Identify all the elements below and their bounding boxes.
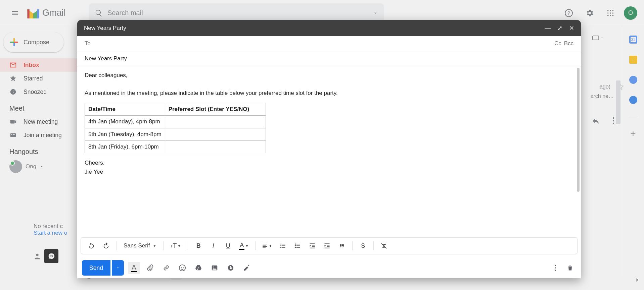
subject-field[interactable] (77, 51, 581, 66)
sidebar-item-label: Inbox (24, 62, 39, 69)
search-icon (95, 9, 103, 17)
to-field[interactable]: To Cc Bcc (77, 36, 581, 51)
hangouts-tab-person-icon[interactable] (30, 249, 44, 263)
svg-rect-13 (10, 133, 16, 137)
attach-icon[interactable] (144, 262, 156, 274)
indent-less-icon[interactable] (307, 240, 318, 251)
support-icon[interactable]: ? (561, 6, 576, 20)
remove-formatting-icon[interactable] (378, 240, 390, 251)
quote-icon[interactable] (336, 240, 348, 251)
bold-icon[interactable]: B (193, 240, 204, 251)
contacts-app-icon[interactable] (629, 96, 637, 104)
close-icon[interactable]: ✕ (569, 24, 574, 32)
fullscreen-exit-icon[interactable]: ⤢ (557, 24, 562, 32)
settings-icon[interactable] (582, 6, 597, 20)
addons-plus-icon[interactable]: + (630, 128, 636, 139)
compose-header[interactable]: New Years Party — ⤢ ✕ (77, 20, 581, 36)
hangouts-avatar-icon (9, 160, 22, 173)
toolbar-separator (163, 241, 164, 250)
table-cell[interactable]: 5th Jan (Tuesday), 4pm-8pm (85, 128, 165, 140)
body-closing2: Jie Yee (85, 168, 573, 176)
underline-icon[interactable]: U (222, 240, 234, 251)
insert-signature-icon[interactable] (241, 262, 253, 274)
numbered-list-icon[interactable] (277, 240, 288, 251)
svg-point-26 (179, 265, 185, 271)
search-bar[interactable] (89, 3, 384, 23)
undo-icon[interactable] (86, 240, 97, 251)
italic-icon[interactable]: I (208, 240, 219, 251)
font-selector[interactable]: Sans Serif ▼ (122, 242, 158, 249)
gmail-logo[interactable]: Gmail (26, 8, 65, 18)
search-input[interactable] (107, 9, 368, 17)
background-scrollbar[interactable] (616, 80, 620, 124)
slot-table[interactable]: Date/Time Preferred Slot (Enter YES/NO) … (85, 103, 266, 153)
insert-photo-icon[interactable] (209, 262, 221, 274)
behind-ago-text: ago) (600, 84, 610, 90)
discard-draft-icon[interactable] (564, 262, 576, 274)
svg-rect-32 (230, 267, 232, 269)
table-cell[interactable] (165, 128, 266, 140)
table-row[interactable]: 8th Jan (Friday), 6pm-10pm (85, 141, 266, 153)
svg-point-8 (607, 15, 609, 16)
cc-button[interactable]: Cc (554, 40, 561, 47)
tasks-app-icon[interactable] (629, 76, 637, 84)
svg-point-28 (183, 267, 183, 268)
keep-app-icon[interactable] (629, 56, 637, 64)
svg-point-23 (295, 243, 296, 244)
behind-search-text: arch ne… (591, 93, 614, 99)
sidebar-item-label: New meeting (24, 118, 58, 125)
minimize-icon[interactable]: — (545, 24, 551, 32)
account-avatar[interactable]: O (624, 6, 637, 20)
align-icon[interactable]: ▼ (260, 240, 274, 251)
calendar-app-icon[interactable]: 31 (629, 36, 637, 44)
svg-point-4 (612, 10, 614, 11)
table-cell[interactable]: 8th Jan (Friday), 6pm-10pm (85, 141, 165, 153)
svg-point-27 (181, 267, 182, 268)
to-input[interactable] (94, 40, 554, 47)
text-color-icon[interactable]: A▼ (237, 240, 250, 251)
svg-point-7 (612, 12, 614, 14)
bcc-button[interactable]: Bcc (564, 40, 573, 47)
table-row[interactable]: 4th Jan (Monday), 4pm-8pm (85, 116, 266, 128)
compose-title: New Years Party (84, 25, 126, 32)
compose-plus-icon (10, 38, 18, 46)
emoji-icon[interactable] (176, 262, 188, 274)
redo-icon[interactable] (100, 240, 112, 251)
compose-body[interactable]: Dear colleagues, As mentioned in the mee… (77, 66, 581, 237)
apps-icon[interactable] (603, 6, 618, 20)
input-tools-icon[interactable] (592, 35, 604, 41)
svg-rect-14 (11, 134, 12, 135)
reply-icon[interactable] (592, 117, 600, 125)
strikethrough-icon[interactable]: S (357, 240, 369, 251)
svg-point-35 (555, 270, 556, 271)
confidential-mode-icon[interactable] (225, 262, 237, 274)
table-header: Preferred Slot (Enter YES/NO) (165, 103, 266, 116)
formatting-options-icon[interactable]: A (128, 262, 140, 274)
side-panel-toggle-icon[interactable] (634, 277, 641, 283)
body-greeting: Dear colleagues, (85, 71, 573, 80)
table-cell[interactable] (165, 141, 266, 153)
table-cell[interactable] (165, 116, 266, 128)
more-vert-icon[interactable] (612, 117, 614, 125)
table-row[interactable]: 5th Jan (Tuesday), 4pm-8pm (85, 128, 266, 140)
table-cell[interactable]: 4th Jan (Monday), 4pm-8pm (85, 116, 165, 128)
body-scrollbar[interactable] (577, 68, 580, 192)
hangouts-tab-chat-icon[interactable]: 99 (44, 249, 58, 263)
subject-input[interactable] (85, 55, 573, 62)
drive-icon[interactable] (192, 262, 204, 274)
body-line1: As mentioned in the meeting, please indi… (85, 89, 573, 98)
start-new-link[interactable]: Start a new o (34, 230, 67, 236)
more-options-icon[interactable] (549, 262, 561, 274)
font-size-icon[interactable]: тT▼ (168, 240, 183, 251)
insert-link-icon[interactable] (160, 262, 172, 274)
send-button[interactable]: Send (82, 260, 110, 276)
bulleted-list-icon[interactable] (292, 240, 303, 251)
indent-more-icon[interactable] (321, 240, 333, 251)
format-toolbar: Sans Serif ▼ тT▼ B I U A▼ ▼ S (81, 237, 578, 254)
svg-point-33 (555, 265, 556, 266)
main-menu-icon[interactable] (7, 5, 23, 21)
search-options-icon[interactable] (373, 10, 378, 16)
compose-button[interactable]: Compose (3, 32, 64, 52)
toolbar-separator (352, 241, 353, 250)
send-options-icon[interactable] (112, 260, 124, 276)
